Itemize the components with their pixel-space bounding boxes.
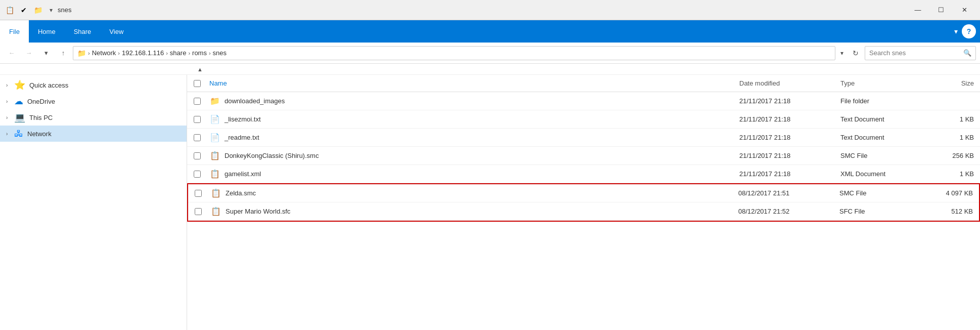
check-icon: ✔: [18, 5, 29, 16]
tab-share[interactable]: Share: [65, 20, 101, 43]
file-area: Name Date modified Type Size 📁 downloade…: [187, 75, 980, 330]
path-snes[interactable]: snes: [213, 49, 227, 57]
path-roms[interactable]: roms: [192, 49, 207, 57]
header-name[interactable]: Name: [207, 79, 737, 87]
this-pc-chevron: ›: [6, 115, 14, 120]
file-size: 512 KB: [918, 208, 979, 215]
file-row[interactable]: 📋 gamelist.xml 21/11/2017 21:18 XML Docu…: [187, 165, 980, 183]
minimize-button[interactable]: —: [906, 0, 929, 20]
file-name: _readme.txt: [225, 134, 737, 141]
file-type: XML Document: [838, 170, 919, 178]
sidebar-item-onedrive[interactable]: › ☁ OneDrive: [0, 93, 187, 109]
title-dropdown-arrow[interactable]: ▾: [50, 7, 53, 14]
select-all-checkbox[interactable]: [194, 80, 201, 87]
file-date: 21/11/2017 21:18: [737, 134, 838, 141]
network-chevron: ›: [6, 131, 14, 137]
title-bar-icons: 📋 ✔ 📁 ▾: [4, 5, 53, 16]
file-row[interactable]: 📋 Zelda.smc 08/12/2017 21:51 SMC File 4 …: [188, 184, 979, 202]
file-type: File folder: [838, 97, 919, 105]
file-name: Super Mario World.sfc: [226, 208, 736, 215]
ribbon-collapse-icon[interactable]: ▾: [954, 27, 958, 35]
quick-access-label: Quick access: [29, 81, 68, 89]
path-network-label[interactable]: Network: [92, 49, 116, 57]
file-type: SFC File: [837, 208, 918, 215]
close-button[interactable]: ✕: [953, 0, 976, 20]
quick-access-icon: ⭐: [14, 79, 25, 91]
generic-file-icon: 📋: [209, 150, 220, 161]
help-button[interactable]: ?: [962, 24, 976, 38]
file-date: 21/11/2017 21:18: [737, 97, 838, 105]
sidebar-item-network[interactable]: › 🖧 Network: [0, 126, 187, 142]
file-type: SMC File: [838, 152, 919, 159]
onedrive-icon: ☁: [14, 96, 23, 107]
generic-file-icon: 📋: [210, 206, 221, 217]
address-bar: ← → ▾ ↑ 📁 › 21/11/2017 21:18 Network › 1…: [0, 43, 980, 64]
maximize-button[interactable]: ☐: [929, 0, 953, 20]
file-name: Zelda.smc: [226, 189, 736, 197]
address-path[interactable]: 📁 › 21/11/2017 21:18 Network › 192.168.1…: [73, 46, 835, 60]
up-button[interactable]: ↑: [56, 46, 71, 61]
row-checkbox[interactable]: [187, 98, 207, 105]
file-rows-container: 📁 downloaded_images 21/11/2017 21:18 Fil…: [187, 92, 980, 222]
header-date[interactable]: Date modified: [737, 79, 838, 87]
selected-files-group: 📋 Zelda.smc 08/12/2017 21:51 SMC File 4 …: [187, 183, 980, 222]
window-controls: — ☐ ✕: [906, 0, 976, 20]
generic-file-icon: 📋: [210, 188, 221, 199]
search-input[interactable]: [869, 49, 963, 57]
file-date: 21/11/2017 21:18: [737, 115, 838, 123]
dropdown-button[interactable]: ▾: [38, 46, 54, 61]
quick-access-chevron: ›: [6, 82, 14, 88]
file-row[interactable]: 📄 _lisezmoi.txt 21/11/2017 21:18 Text Do…: [187, 110, 980, 129]
header-checkbox[interactable]: [187, 80, 207, 87]
this-pc-label: This PC: [29, 114, 53, 121]
file-name: downloaded_images: [225, 97, 737, 105]
file-row[interactable]: 📋 Super Mario World.sfc 08/12/2017 21:52…: [188, 202, 979, 221]
file-date: 08/12/2017 21:51: [736, 189, 837, 197]
forward-button[interactable]: →: [21, 46, 36, 61]
this-pc-icon: 💻: [14, 112, 25, 123]
back-button[interactable]: ←: [4, 46, 19, 61]
file-row[interactable]: 📋 DonkeyKongClassic (Shiru).smc 21/11/20…: [187, 147, 980, 165]
folder-icon: 📁: [32, 5, 43, 16]
folder-icon: 📁: [209, 96, 220, 107]
file-type: SMC File: [837, 189, 918, 197]
path-ip[interactable]: 192.168.1.116: [122, 49, 164, 57]
tab-home[interactable]: Home: [29, 20, 65, 43]
file-row[interactable]: 📄 _readme.txt 21/11/2017 21:18 Text Docu…: [187, 129, 980, 147]
row-checkbox[interactable]: [187, 152, 207, 159]
tab-view[interactable]: View: [100, 20, 132, 43]
sort-row: ▲: [0, 64, 980, 75]
file-row[interactable]: 📁 downloaded_images 21/11/2017 21:18 Fil…: [187, 92, 980, 110]
search-icon: 🔍: [963, 49, 971, 57]
row-checkbox[interactable]: [187, 134, 207, 141]
sidebar-item-quick-access[interactable]: › ⭐ Quick access: [0, 77, 187, 93]
tab-file[interactable]: File: [0, 20, 29, 43]
file-size: 256 KB: [919, 152, 980, 159]
row-checkbox[interactable]: [188, 190, 208, 197]
file-name: _lisezmoi.txt: [225, 115, 737, 123]
file-size: 1 KB: [919, 115, 980, 123]
path-folder-icon: 📁: [77, 49, 86, 57]
header-size[interactable]: Size: [919, 79, 980, 87]
header-type[interactable]: Type: [838, 79, 919, 87]
file-date: 21/11/2017 21:18: [737, 170, 838, 178]
address-expand-button[interactable]: ▾: [837, 50, 847, 57]
network-icon: 🖧: [14, 129, 23, 139]
file-type: Text Document: [838, 115, 919, 123]
refresh-button[interactable]: ↻: [849, 46, 863, 60]
sort-arrow-icon[interactable]: ▲: [197, 66, 203, 72]
file-name: gamelist.xml: [225, 170, 737, 178]
file-size: 4 097 KB: [918, 189, 979, 197]
row-checkbox[interactable]: [187, 171, 207, 178]
text-file-icon: 📄: [209, 132, 220, 143]
search-box[interactable]: 🔍: [865, 46, 976, 60]
main-area: › ⭐ Quick access › ☁ OneDrive › 💻 This P…: [0, 75, 980, 330]
sidebar: › ⭐ Quick access › ☁ OneDrive › 💻 This P…: [0, 75, 187, 330]
sidebar-item-this-pc[interactable]: › 💻 This PC: [0, 109, 187, 126]
file-type: Text Document: [838, 134, 919, 141]
network-label: Network: [27, 130, 52, 138]
row-checkbox[interactable]: [188, 208, 208, 215]
onedrive-label: OneDrive: [27, 98, 55, 105]
path-share[interactable]: share: [170, 49, 187, 57]
row-checkbox[interactable]: [187, 116, 207, 123]
